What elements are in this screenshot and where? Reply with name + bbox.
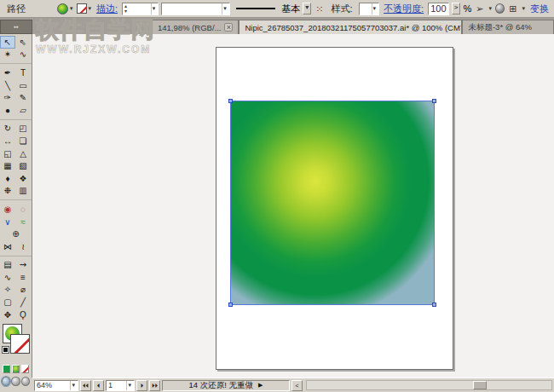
warp-tool[interactable]: ⋈ bbox=[0, 240, 15, 253]
width-profile-combo[interactable]: ▾ bbox=[161, 3, 229, 15]
align-tool[interactable]: ≡ bbox=[15, 271, 31, 284]
perspective-grid-tool[interactable]: △ bbox=[15, 147, 31, 160]
status-field[interactable]: 14 次还原! 无重做 ▶ bbox=[162, 380, 290, 391]
pen-tool[interactable]: ✒ bbox=[0, 66, 15, 79]
scrollbar-thumb[interactable] bbox=[473, 381, 487, 389]
fill-color-button[interactable]: ▾ bbox=[57, 3, 74, 14]
hand-tool[interactable]: ✥ bbox=[0, 308, 15, 321]
transform-link[interactable]: 变换 bbox=[530, 3, 549, 15]
document-tab-2-active[interactable]: Nipic_26785037_20180321175057703037.ai* … bbox=[239, 20, 462, 34]
collapse-button[interactable]: < bbox=[291, 380, 303, 391]
style-label: 样式: bbox=[331, 3, 352, 15]
stroke-swatch[interactable] bbox=[10, 334, 30, 354]
last-page-button[interactable]: ⏵⏵ bbox=[149, 380, 160, 391]
scale-tool[interactable]: ◰ bbox=[15, 123, 31, 135]
toolbox-header[interactable]: ▪▪ bbox=[0, 20, 32, 34]
opacity-link[interactable]: 不透明度: bbox=[384, 3, 424, 15]
document-tab-1[interactable]: 141,98% (RGB/... × bbox=[152, 20, 239, 34]
chevron-down-icon[interactable]: ▾ bbox=[521, 5, 526, 12]
screen-mode-menu-button[interactable] bbox=[11, 377, 20, 386]
eraser-tool[interactable]: ▱ bbox=[15, 104, 31, 117]
blob-brush-tool[interactable]: ● bbox=[0, 104, 15, 117]
paintbrush-tool[interactable]: ✑ bbox=[0, 91, 15, 104]
rectangle-tool[interactable]: ▭ bbox=[15, 79, 31, 92]
type-tool[interactable]: T bbox=[15, 66, 31, 79]
align-grid-icon[interactable]: ⊞ bbox=[509, 3, 516, 14]
brush-options-icon[interactable]: ⁙ bbox=[315, 3, 323, 14]
stroke-link[interactable]: 描边: bbox=[96, 3, 118, 15]
selection-handle-bottom-right[interactable] bbox=[432, 303, 436, 307]
knife-tool[interactable]: ╱ bbox=[15, 296, 31, 308]
chevron-down-icon[interactable]: ▾ bbox=[69, 5, 74, 12]
chevron-down-icon[interactable]: ▾ bbox=[70, 381, 76, 390]
select-behind-tool[interactable]: ∨ bbox=[0, 216, 15, 228]
pencil-tool[interactable]: ✎ bbox=[15, 91, 31, 104]
chevron-down-icon[interactable]: ▾ bbox=[488, 5, 493, 12]
slice-tool[interactable]: ▢ bbox=[0, 296, 15, 308]
color-button[interactable] bbox=[3, 365, 10, 373]
close-icon[interactable]: × bbox=[224, 23, 233, 32]
gradient-button[interactable] bbox=[12, 365, 20, 373]
selection-handle-top-left[interactable] bbox=[228, 99, 233, 103]
selection-handle-bottom-left[interactable] bbox=[228, 303, 233, 307]
hatch-tool[interactable]: ▤ bbox=[0, 259, 15, 272]
brush-combo-button[interactable]: ▾ bbox=[303, 3, 311, 14]
gradient-tool[interactable]: ▧ bbox=[15, 159, 31, 172]
squiggle-tool[interactable]: ∿ bbox=[0, 271, 15, 284]
zoom-level-combo[interactable]: 64% ▾ bbox=[34, 380, 78, 391]
screen-mode-full-button[interactable] bbox=[21, 377, 30, 386]
horizontal-scrollbar[interactable] bbox=[306, 380, 552, 390]
live-paint-selection-tool[interactable]: ◌ bbox=[15, 203, 31, 216]
page-number-combo[interactable]: 1 ▾ bbox=[106, 380, 135, 391]
curve-arrow-tool[interactable]: ⇝ bbox=[15, 259, 31, 272]
shape-builder-tool[interactable]: ◱ bbox=[0, 147, 15, 160]
chevron-down-icon[interactable]: ▾ bbox=[88, 5, 93, 12]
live-paint-bucket-tool[interactable]: ◉ bbox=[0, 203, 15, 216]
none-button[interactable] bbox=[21, 365, 29, 373]
rotate-tool[interactable]: ↻ bbox=[0, 123, 15, 135]
canvas-area[interactable] bbox=[32, 34, 554, 378]
selection-tool[interactable]: ↖ bbox=[0, 36, 15, 49]
blend-tool[interactable]: ❖ bbox=[15, 172, 31, 185]
chevron-down-icon[interactable]: ▾ bbox=[151, 3, 157, 14]
default-fill-stroke-icon[interactable] bbox=[2, 346, 9, 354]
opacity-step-button[interactable]: > bbox=[452, 3, 461, 14]
chevron-down-icon[interactable]: ▾ bbox=[222, 3, 228, 14]
next-page-button[interactable]: ⏵ bbox=[136, 380, 147, 391]
zoom-tool[interactable]: Ϙ bbox=[15, 308, 31, 321]
fill-swatch-icon bbox=[57, 3, 68, 14]
prev-page-button[interactable]: ⏴ bbox=[93, 380, 104, 391]
measure-eyedropper-tool[interactable]: ✧ bbox=[0, 284, 15, 297]
first-page-button[interactable]: ⏴⏴ bbox=[80, 380, 91, 391]
selection-handle-top-right[interactable] bbox=[432, 99, 436, 103]
symbol-sprayer-tool[interactable]: ❉ bbox=[0, 185, 15, 198]
selected-gradient-rectangle[interactable] bbox=[231, 101, 434, 304]
recolor-artwork-icon[interactable] bbox=[495, 3, 505, 14]
opacity-input[interactable]: 100 bbox=[428, 3, 449, 15]
free-transform-tool[interactable]: ❏ bbox=[15, 135, 31, 147]
measure-tool[interactable]: ⌀ bbox=[15, 284, 31, 297]
stepper-icon[interactable]: ▴▾ bbox=[124, 3, 127, 14]
status-expand-icon[interactable]: ▶ bbox=[258, 382, 263, 389]
magic-wand-tool[interactable]: ✶ bbox=[0, 49, 15, 61]
line-tool[interactable]: ╲ bbox=[0, 79, 15, 92]
illustrator-window: 路径 ▾ ▾ 描边: ▴▾ ▾ ▾ 基本 ▾ ⁙ 样式: ▾ 不透明度: 10 bbox=[0, 0, 554, 392]
mesh-tool[interactable]: ▦ bbox=[0, 159, 15, 172]
direct-selection-tool[interactable]: ⇖ bbox=[15, 36, 31, 49]
stroke-none-icon bbox=[77, 3, 87, 14]
select-similar-icon[interactable]: ➢ bbox=[476, 3, 483, 14]
style-combo[interactable]: ▾ bbox=[359, 3, 380, 15]
scribble-tool[interactable]: ≈ bbox=[15, 216, 31, 228]
eyedropper-tool[interactable]: ♦ bbox=[0, 172, 15, 185]
artboard-tool[interactable]: ⊕ bbox=[9, 228, 24, 240]
screen-mode-normal-button[interactable] bbox=[2, 377, 10, 386]
stroke-color-button[interactable]: ▾ bbox=[77, 3, 93, 14]
chevron-down-icon[interactable]: ▾ bbox=[372, 3, 378, 14]
reshape-tool[interactable]: ≀ bbox=[15, 240, 31, 253]
chevron-down-icon[interactable]: ▾ bbox=[126, 381, 132, 390]
document-tab-3[interactable]: 未标题-3* @ 64% bbox=[462, 20, 554, 34]
lasso-tool[interactable]: ∿ bbox=[15, 49, 31, 61]
graph-tool[interactable]: ▥ bbox=[15, 185, 31, 198]
stroke-weight-combo[interactable]: ▴▾ ▾ bbox=[122, 3, 159, 15]
width-tool[interactable]: ↔ bbox=[0, 135, 15, 147]
